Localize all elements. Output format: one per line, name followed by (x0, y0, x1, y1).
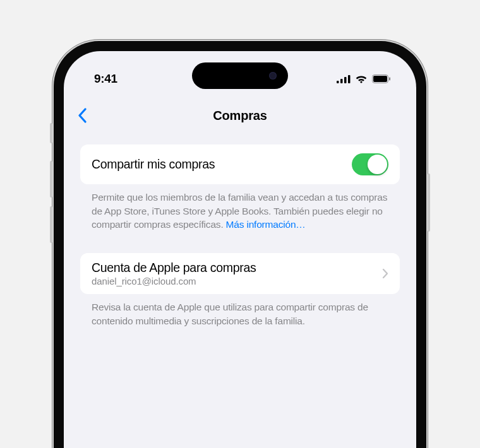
phone-screen: 9:41 (64, 51, 416, 448)
share-purchases-label: Compartir mis compras (92, 157, 215, 172)
chevron-left-icon (78, 108, 87, 123)
share-purchases-toggle[interactable] (352, 153, 388, 175)
status-icons (337, 74, 391, 83)
silence-switch (50, 123, 52, 143)
share-purchases-row[interactable]: Compartir mis compras (80, 144, 400, 184)
power-button (428, 174, 430, 232)
volume-up-button (50, 161, 52, 197)
navigation-bar: Compras (64, 100, 416, 131)
volume-down-button (50, 206, 52, 243)
chevron-right-icon (382, 268, 388, 279)
cellular-signal-icon (337, 75, 351, 83)
page-title: Compras (213, 109, 267, 123)
apple-account-row[interactable]: Cuenta de Apple para compras daniel_rico… (80, 253, 400, 294)
wifi-icon (355, 74, 368, 83)
svg-point-4 (360, 81, 362, 83)
back-button[interactable] (78, 108, 87, 123)
settings-content: Compartir mis compras Permite que los mi… (64, 131, 416, 327)
front-camera (269, 72, 277, 80)
share-purchases-footer: Permite que los miembros de la familia v… (80, 184, 400, 232)
svg-rect-2 (344, 77, 347, 83)
apple-account-title: Cuenta de Apple para compras (92, 261, 256, 275)
learn-more-link[interactable]: Más información… (226, 219, 306, 230)
status-time: 9:41 (94, 72, 117, 86)
dynamic-island (192, 62, 288, 89)
toggle-knob (368, 155, 387, 174)
battery-icon (372, 74, 391, 83)
svg-rect-1 (340, 79, 343, 83)
svg-rect-3 (348, 75, 351, 83)
svg-rect-0 (337, 81, 339, 83)
phone-device-frame: 9:41 (54, 41, 426, 448)
svg-rect-6 (373, 76, 387, 82)
apple-account-email: daniel_rico1@icloud.com (92, 276, 256, 286)
apple-account-text: Cuenta de Apple para compras daniel_rico… (92, 261, 256, 286)
apple-account-footer: Revisa la cuenta de Apple que utilizas p… (80, 294, 400, 327)
svg-rect-7 (389, 78, 390, 81)
